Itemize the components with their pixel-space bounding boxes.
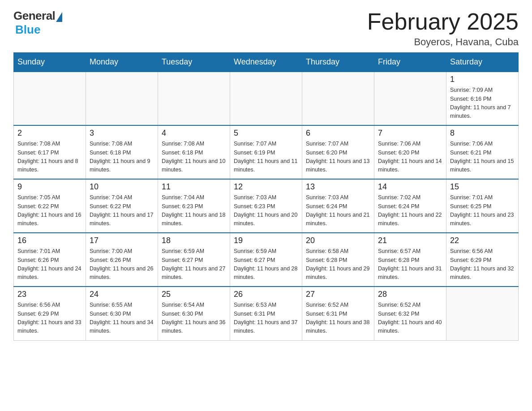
- day-info: Sunrise: 6:52 AMSunset: 6:31 PMDaylight:…: [306, 301, 370, 336]
- calendar-header-row: SundayMondayTuesdayWednesdayThursdayFrid…: [14, 53, 519, 72]
- day-info: Sunrise: 7:08 AMSunset: 6:18 PMDaylight:…: [162, 140, 226, 175]
- day-info: Sunrise: 6:59 AMSunset: 6:27 PMDaylight:…: [162, 247, 226, 282]
- calendar-cell: 8Sunrise: 7:06 AMSunset: 6:21 PMDaylight…: [446, 125, 519, 179]
- day-info: Sunrise: 6:56 AMSunset: 6:29 PMDaylight:…: [17, 301, 82, 336]
- calendar-header-thursday: Thursday: [302, 53, 374, 72]
- calendar-cell: 11Sunrise: 7:04 AMSunset: 6:23 PMDayligh…: [158, 179, 230, 233]
- day-number: 23: [17, 290, 82, 299]
- calendar-cell: [446, 287, 519, 340]
- day-number: 5: [234, 128, 298, 138]
- day-number: 21: [378, 236, 442, 245]
- day-number: 16: [17, 236, 82, 245]
- calendar-cell: 19Sunrise: 6:59 AMSunset: 6:27 PMDayligh…: [230, 233, 302, 287]
- day-info: Sunrise: 7:06 AMSunset: 6:20 PMDaylight:…: [378, 140, 442, 175]
- day-number: 3: [90, 128, 154, 138]
- logo-blue-text: Blue: [15, 23, 40, 37]
- day-info: Sunrise: 6:52 AMSunset: 6:32 PMDaylight:…: [378, 301, 442, 336]
- calendar-header-wednesday: Wednesday: [230, 53, 302, 72]
- day-number: 9: [17, 182, 82, 192]
- day-info: Sunrise: 7:08 AMSunset: 6:17 PMDaylight:…: [17, 140, 82, 175]
- day-number: 27: [306, 290, 370, 299]
- day-number: 7: [378, 128, 442, 138]
- day-number: 22: [450, 236, 515, 245]
- day-info: Sunrise: 6:55 AMSunset: 6:30 PMDaylight:…: [90, 301, 154, 336]
- day-number: 11: [162, 182, 226, 192]
- day-info: Sunrise: 7:05 AMSunset: 6:22 PMDaylight:…: [17, 193, 82, 228]
- logo-triangle-icon: [56, 12, 62, 22]
- calendar-cell: 10Sunrise: 7:04 AMSunset: 6:22 PMDayligh…: [86, 179, 158, 233]
- logo-general-text: General: [13, 9, 55, 23]
- calendar-cell: 24Sunrise: 6:55 AMSunset: 6:30 PMDayligh…: [86, 287, 158, 340]
- day-info: Sunrise: 7:09 AMSunset: 6:16 PMDaylight:…: [450, 86, 515, 121]
- day-number: 2: [17, 128, 82, 138]
- day-number: 6: [306, 128, 370, 138]
- day-info: Sunrise: 6:58 AMSunset: 6:28 PMDaylight:…: [306, 247, 370, 282]
- calendar-cell: 1Sunrise: 7:09 AMSunset: 6:16 PMDaylight…: [446, 72, 519, 125]
- calendar-cell: 6Sunrise: 7:07 AMSunset: 6:20 PMDaylight…: [302, 125, 374, 179]
- day-info: Sunrise: 6:53 AMSunset: 6:31 PMDaylight:…: [234, 301, 298, 336]
- day-info: Sunrise: 7:07 AMSunset: 6:20 PMDaylight:…: [306, 140, 370, 175]
- calendar-cell: [374, 72, 446, 125]
- calendar-cell: 12Sunrise: 7:03 AMSunset: 6:23 PMDayligh…: [230, 179, 302, 233]
- calendar-cell: 4Sunrise: 7:08 AMSunset: 6:18 PMDaylight…: [158, 125, 230, 179]
- calendar-cell: [230, 72, 302, 125]
- calendar-cell: [158, 72, 230, 125]
- day-number: 13: [306, 182, 370, 192]
- calendar-cell: 27Sunrise: 6:52 AMSunset: 6:31 PMDayligh…: [302, 287, 374, 340]
- calendar-header-monday: Monday: [86, 53, 158, 72]
- location-subtitle: Boyeros, Havana, Cuba: [367, 36, 519, 48]
- calendar-cell: [86, 72, 158, 125]
- day-number: 10: [90, 182, 154, 192]
- day-info: Sunrise: 7:06 AMSunset: 6:21 PMDaylight:…: [450, 140, 515, 175]
- calendar-cell: 3Sunrise: 7:08 AMSunset: 6:18 PMDaylight…: [86, 125, 158, 179]
- day-info: Sunrise: 6:57 AMSunset: 6:28 PMDaylight:…: [378, 247, 442, 282]
- day-number: 15: [450, 182, 515, 192]
- day-info: Sunrise: 7:03 AMSunset: 6:24 PMDaylight:…: [306, 193, 370, 228]
- page-header: General Blue February 2025 Boyeros, Hava…: [13, 9, 519, 48]
- calendar-cell: 7Sunrise: 7:06 AMSunset: 6:20 PMDaylight…: [374, 125, 446, 179]
- calendar-cell: 15Sunrise: 7:01 AMSunset: 6:25 PMDayligh…: [446, 179, 519, 233]
- day-info: Sunrise: 7:01 AMSunset: 6:26 PMDaylight:…: [17, 247, 82, 282]
- day-info: Sunrise: 7:00 AMSunset: 6:26 PMDaylight:…: [90, 247, 154, 282]
- day-number: 1: [450, 75, 515, 84]
- calendar-cell: 18Sunrise: 6:59 AMSunset: 6:27 PMDayligh…: [158, 233, 230, 287]
- day-number: 8: [450, 128, 515, 138]
- calendar-cell: 16Sunrise: 7:01 AMSunset: 6:26 PMDayligh…: [14, 233, 86, 287]
- calendar-header-saturday: Saturday: [446, 53, 519, 72]
- calendar-week-row: 23Sunrise: 6:56 AMSunset: 6:29 PMDayligh…: [14, 287, 519, 340]
- day-info: Sunrise: 6:56 AMSunset: 6:29 PMDaylight:…: [450, 247, 515, 282]
- logo: General Blue: [13, 9, 62, 37]
- calendar-cell: 5Sunrise: 7:07 AMSunset: 6:19 PMDaylight…: [230, 125, 302, 179]
- calendar-cell: 17Sunrise: 7:00 AMSunset: 6:26 PMDayligh…: [86, 233, 158, 287]
- calendar-week-row: 16Sunrise: 7:01 AMSunset: 6:26 PMDayligh…: [14, 233, 519, 287]
- calendar-cell: 2Sunrise: 7:08 AMSunset: 6:17 PMDaylight…: [14, 125, 86, 179]
- day-info: Sunrise: 7:02 AMSunset: 6:24 PMDaylight:…: [378, 193, 442, 228]
- calendar-cell: 26Sunrise: 6:53 AMSunset: 6:31 PMDayligh…: [230, 287, 302, 340]
- day-info: Sunrise: 6:54 AMSunset: 6:30 PMDaylight:…: [162, 301, 226, 336]
- day-number: 17: [90, 236, 154, 245]
- calendar-cell: [302, 72, 374, 125]
- calendar-header-tuesday: Tuesday: [158, 53, 230, 72]
- day-info: Sunrise: 7:01 AMSunset: 6:25 PMDaylight:…: [450, 193, 515, 228]
- calendar-cell: 21Sunrise: 6:57 AMSunset: 6:28 PMDayligh…: [374, 233, 446, 287]
- day-number: 12: [234, 182, 298, 192]
- day-info: Sunrise: 7:04 AMSunset: 6:23 PMDaylight:…: [162, 193, 226, 228]
- calendar-cell: 9Sunrise: 7:05 AMSunset: 6:22 PMDaylight…: [14, 179, 86, 233]
- day-number: 25: [162, 290, 226, 299]
- day-number: 26: [234, 290, 298, 299]
- calendar-cell: 14Sunrise: 7:02 AMSunset: 6:24 PMDayligh…: [374, 179, 446, 233]
- day-number: 4: [162, 128, 226, 138]
- calendar-cell: [14, 72, 86, 125]
- day-number: 14: [378, 182, 442, 192]
- calendar-week-row: 9Sunrise: 7:05 AMSunset: 6:22 PMDaylight…: [14, 179, 519, 233]
- day-number: 19: [234, 236, 298, 245]
- calendar-cell: 22Sunrise: 6:56 AMSunset: 6:29 PMDayligh…: [446, 233, 519, 287]
- day-number: 28: [378, 290, 442, 299]
- day-number: 24: [90, 290, 154, 299]
- day-info: Sunrise: 7:07 AMSunset: 6:19 PMDaylight:…: [234, 140, 298, 175]
- calendar-header-friday: Friday: [374, 53, 446, 72]
- day-info: Sunrise: 7:03 AMSunset: 6:23 PMDaylight:…: [234, 193, 298, 228]
- calendar-cell: 23Sunrise: 6:56 AMSunset: 6:29 PMDayligh…: [14, 287, 86, 340]
- calendar-week-row: 1Sunrise: 7:09 AMSunset: 6:16 PMDaylight…: [14, 72, 519, 125]
- day-number: 20: [306, 236, 370, 245]
